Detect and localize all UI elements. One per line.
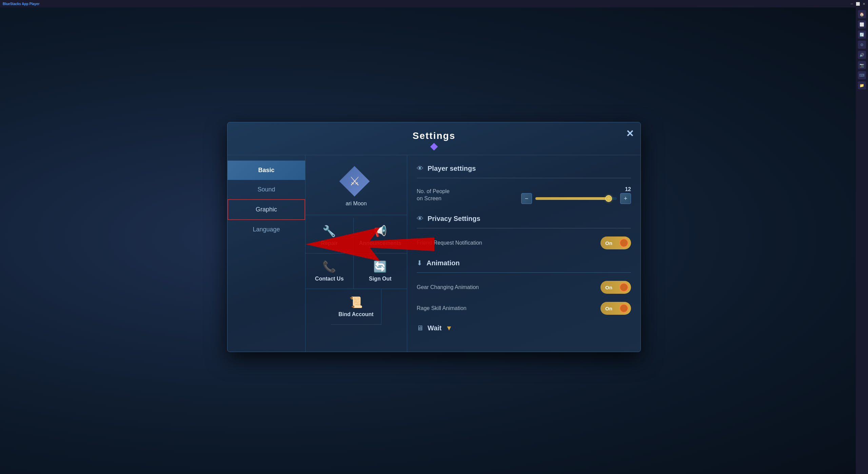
signout-icon: 🔄 xyxy=(373,260,387,273)
wait-icon: 🖥 xyxy=(417,324,423,332)
bs-tool-1[interactable]: 🏠 xyxy=(858,10,866,18)
privacy-settings-header: 👁 Privacy Settings xyxy=(417,215,631,223)
repair-icon: 🔧 xyxy=(322,225,336,238)
bs-tool-8[interactable]: 📁 xyxy=(858,81,866,89)
gear-changing-label: Gear Changing Animation xyxy=(417,284,479,290)
contact-label: Contact Us xyxy=(315,276,343,282)
slider-value-row: 12 xyxy=(623,186,631,192)
bind-icon: 📜 xyxy=(349,296,363,309)
bs-tool-7[interactable]: ⌨ xyxy=(858,71,866,79)
slider-container: 12 − + xyxy=(521,186,631,204)
sidebar-item-language[interactable]: Language xyxy=(228,220,305,239)
center-item-bind[interactable]: 📜 Bind Account xyxy=(331,289,381,324)
modal-header: Settings ✕ xyxy=(228,122,640,155)
settings-sidebar: Basic Sound Graphic Language xyxy=(228,155,305,352)
sidebar-item-basic[interactable]: Basic xyxy=(228,161,305,180)
close-btn[interactable]: ✕ xyxy=(863,2,865,6)
no-of-people-row: No. of Peopleon Screen 12 − xyxy=(417,182,631,208)
center-item-repair[interactable]: 🔧 Repair xyxy=(305,218,354,253)
slider-controls: − + xyxy=(521,193,631,204)
gear-changing-toggle-text: On xyxy=(605,285,612,290)
modal-overlay: Settings ✕ Basic Sound Graphic Language xyxy=(0,0,868,474)
bluestacks-sidebar: 🏠 ⬜ 🔄 ⚙ 🔊 📷 ⌨ 📁 xyxy=(856,7,868,474)
player-settings-header: 👁 Player settings xyxy=(417,165,631,172)
announcements-icon: 📢 xyxy=(373,225,387,238)
wait-title: Wait xyxy=(428,324,441,332)
bs-tool-2[interactable]: ⬜ xyxy=(858,20,866,28)
wait-expand-icon[interactable]: ▼ xyxy=(446,324,452,332)
wait-section: 🖥 Wait ▼ xyxy=(417,324,631,332)
modal-close-button[interactable]: ✕ xyxy=(626,129,634,139)
slider-decrease-btn[interactable]: − xyxy=(521,193,532,204)
player-settings-icon: 👁 xyxy=(417,165,423,172)
center-divider-1 xyxy=(305,215,407,215)
minimize-btn[interactable]: ─ xyxy=(851,2,853,6)
bs-tool-4[interactable]: ⚙ xyxy=(858,41,866,49)
profile-area: ⚔ ari Moon xyxy=(334,161,379,212)
center-item-announcements[interactable]: 📢 Announcements xyxy=(354,218,407,253)
slider-value: 12 xyxy=(623,186,631,192)
privacy-title: Privacy Settings xyxy=(428,215,480,223)
divider-2 xyxy=(417,228,631,228)
profile-name: ari Moon xyxy=(346,201,367,207)
modal-body: Basic Sound Graphic Language xyxy=(228,155,640,352)
center-item-signout[interactable]: 🔄 Sign Out xyxy=(354,253,407,289)
no-people-label: No. of Peopleon Screen xyxy=(417,188,450,202)
rage-skill-toggle-circle xyxy=(619,304,628,313)
modal-title: Settings xyxy=(413,130,455,141)
bs-tool-3[interactable]: 🔄 xyxy=(858,30,866,39)
avatar: ⚔ xyxy=(339,166,373,197)
divider-1 xyxy=(417,178,631,178)
header-diamond xyxy=(430,143,438,151)
maximize-btn[interactable]: ⬜ xyxy=(856,2,860,6)
settings-center: ⚔ ari Moon 🔧 Repair 📢 Announcements xyxy=(305,155,407,352)
titlebar: BlueStacks App Player ─ ⬜ ✕ xyxy=(0,0,868,7)
friend-request-row: Friend Request Notification On xyxy=(417,232,631,253)
bs-tool-5[interactable]: 🔊 xyxy=(858,51,866,59)
settings-right-panel: 👁 Player settings No. of Peopleon Screen… xyxy=(407,155,640,352)
friend-request-label: Friend Request Notification xyxy=(417,240,482,246)
animation-header: ⬇ Animation xyxy=(417,259,631,267)
center-item-contact[interactable]: 📞 Contact Us xyxy=(305,253,354,289)
rage-skill-row: Rage Skill Animation On xyxy=(417,298,631,319)
slider-fill xyxy=(535,197,609,200)
bind-label: Bind Account xyxy=(338,311,373,317)
rage-skill-toggle-text: On xyxy=(605,306,612,311)
slider-track[interactable] xyxy=(535,197,617,200)
friend-request-toggle-text: On xyxy=(605,240,612,246)
animation-icon: ⬇ xyxy=(417,259,422,267)
gear-changing-row: Gear Changing Animation On xyxy=(417,277,631,298)
rage-skill-label: Rage Skill Animation xyxy=(417,305,467,311)
sidebar-item-sound[interactable]: Sound xyxy=(228,180,305,199)
privacy-icon: 👁 xyxy=(417,215,423,223)
center-grid: 🔧 Repair 📢 Announcements 📞 Contact Us 🔄 … xyxy=(305,218,407,289)
settings-modal: Settings ✕ Basic Sound Graphic Language xyxy=(227,122,641,352)
signout-label: Sign Out xyxy=(369,276,392,282)
titlebar-controls: ─ ⬜ ✕ xyxy=(851,2,865,6)
divider-3 xyxy=(417,272,631,273)
player-settings-title: Player settings xyxy=(428,165,476,172)
bs-tool-6[interactable]: 📷 xyxy=(858,61,866,69)
avatar-bg: ⚔ xyxy=(339,166,370,197)
repair-label: Repair xyxy=(321,240,338,246)
contact-icon: 📞 xyxy=(322,260,336,273)
gear-changing-toggle[interactable]: On xyxy=(600,281,631,294)
titlebar-logo: BlueStacks App Player xyxy=(3,2,40,6)
animation-title: Animation xyxy=(427,259,460,267)
friend-request-toggle-circle xyxy=(619,239,628,247)
gear-changing-toggle-circle xyxy=(619,283,628,292)
announcements-label: Announcements xyxy=(359,240,401,246)
slider-thumb[interactable] xyxy=(605,195,612,202)
friend-request-toggle[interactable]: On xyxy=(600,236,631,249)
slider-increase-btn[interactable]: + xyxy=(620,193,631,204)
sidebar-item-graphic[interactable]: Graphic xyxy=(228,199,305,220)
rage-skill-toggle[interactable]: On xyxy=(600,302,631,315)
